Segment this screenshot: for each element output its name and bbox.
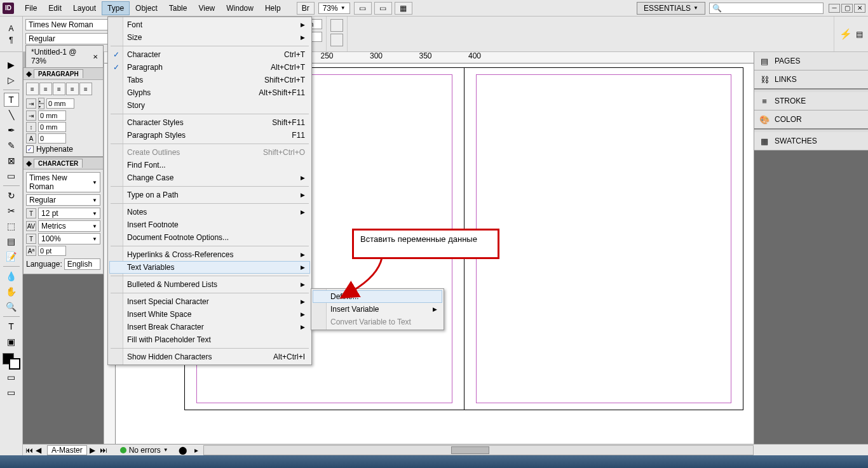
mode-tool[interactable]: ▣	[4, 335, 19, 349]
menu-item-bulleted-numbered-lists[interactable]: Bulleted & Numbered Lists▶	[109, 278, 310, 291]
align-left-icon[interactable]: ≡	[26, 83, 39, 95]
rectangle-tool[interactable]: ▭	[4, 169, 19, 183]
space-before-field[interactable]	[38, 122, 66, 132]
eyedropper-tool[interactable]: 💧	[4, 269, 19, 283]
search-box[interactable]: 🔍	[709, 3, 824, 14]
line-tool[interactable]: ╲	[4, 108, 19, 122]
char-format-icon[interactable]: A	[8, 24, 13, 33]
align-center-icon[interactable]: ≡	[39, 83, 52, 95]
horizontal-scrollbar[interactable]	[203, 445, 754, 455]
selection-tool[interactable]: ▶	[4, 58, 19, 72]
pencil-tool[interactable]: ✎	[4, 138, 19, 152]
quick-apply-icon[interactable]: ⚡	[839, 28, 852, 40]
menu-item-character-styles[interactable]: Character StylesShift+F11	[109, 116, 310, 129]
page-navigator[interactable]: A-Master	[47, 445, 87, 455]
menu-item-paragraph[interactable]: ✓ParagraphAlt+Ctrl+T	[109, 61, 310, 74]
menu-help[interactable]: Help	[259, 1, 287, 15]
zoom-tool[interactable]: 🔍	[4, 300, 19, 314]
align-right-icon[interactable]: ≡	[53, 83, 65, 95]
menu-item-size[interactable]: Size▶	[109, 31, 310, 44]
first-page-icon[interactable]: ⏮	[25, 446, 34, 455]
free-transform-tool[interactable]: ⬚	[4, 219, 19, 233]
panel-color[interactable]: 🎨COLOR	[754, 110, 868, 130]
menu-item-find-font-[interactable]: Find Font...	[109, 159, 310, 171]
first-indent-field[interactable]	[38, 110, 66, 121]
menu-item-change-case[interactable]: Change Case▶	[109, 171, 310, 184]
menu-item-glyphs[interactable]: GlyphsAlt+Shift+F11	[109, 86, 310, 99]
note-tool[interactable]: 📝	[4, 250, 19, 264]
baseline-field[interactable]	[38, 246, 66, 256]
menu-item-story[interactable]: Story	[109, 99, 310, 112]
type-vert-tool[interactable]: T	[4, 319, 19, 333]
menu-item-document-footnote-options-[interactable]: Document Footnote Options...	[109, 231, 310, 244]
menu-item-notes[interactable]: Notes▶	[109, 206, 310, 218]
panel-pages[interactable]: ▤PAGES	[754, 52, 868, 70]
menu-item-show-hidden-characters[interactable]: Show Hidden CharactersAlt+Ctrl+I	[109, 351, 310, 363]
menu-type[interactable]: Type	[102, 1, 130, 15]
menu-table[interactable]: Table	[163, 1, 193, 15]
scissors-tool[interactable]: ✂	[4, 204, 19, 218]
bridge-icon[interactable]: Br	[297, 2, 315, 15]
direct-selection-tool[interactable]: ▷	[4, 73, 19, 87]
screen-mode-tool[interactable]: ▭	[4, 385, 19, 399]
panel-menu-icon[interactable]: ▤	[856, 30, 863, 39]
menu-item-text-variables[interactable]: Text Variables▶	[109, 261, 310, 274]
close-tab-icon[interactable]: ✕	[93, 53, 98, 60]
dropcap-lines-field[interactable]	[38, 133, 66, 144]
close-button[interactable]: ✕	[854, 4, 865, 13]
workspace-switcher[interactable]: ESSENTIALS▼	[637, 2, 705, 15]
type-tool[interactable]: T	[4, 93, 19, 107]
menu-item-insert-white-space[interactable]: Insert White Space▶	[109, 308, 310, 321]
gradient-tool[interactable]: ▤	[4, 234, 19, 248]
menu-view[interactable]: View	[193, 1, 220, 15]
screen-mode-icon[interactable]: ▭	[374, 2, 392, 15]
panel-stroke[interactable]: ≡STROKE	[754, 92, 868, 110]
kerning-field[interactable]: Metrics▼	[38, 220, 100, 232]
submenu-item-define-[interactable]: Define...	[313, 290, 442, 303]
document-tab[interactable]: *Untitled-1 @ 73%✕	[25, 45, 104, 67]
menu-item-hyperlinks-cross-references[interactable]: Hyperlinks & Cross-References▶	[109, 248, 310, 261]
vscale-field[interactable]: 100%▼	[38, 233, 100, 244]
para-format-icon[interactable]: ¶	[9, 36, 13, 44]
status-info-icon[interactable]: ⬤	[179, 446, 187, 455]
prev-page-icon[interactable]: ◀	[36, 446, 44, 455]
menu-item-font[interactable]: Font▶	[109, 18, 310, 31]
menu-item-paragraph-styles[interactable]: Paragraph StylesF11	[109, 129, 310, 142]
last-page-icon[interactable]: ⏭	[100, 446, 109, 455]
menu-item-insert-break-character[interactable]: Insert Break Character▶	[109, 321, 310, 333]
submenu-item-insert-variable[interactable]: Insert Variable▶	[313, 303, 442, 316]
list-icon[interactable]	[330, 19, 343, 32]
apply-color-tool[interactable]: ▭	[4, 370, 19, 384]
arrange-docs-icon[interactable]: ▦	[395, 2, 412, 15]
left-indent-field[interactable]	[46, 98, 74, 109]
language-dropdown[interactable]: English	[64, 258, 100, 270]
rotate-tool[interactable]: ↻	[4, 189, 19, 203]
pen-tool[interactable]: ✒	[4, 123, 19, 137]
view-options-icon[interactable]: ▭	[354, 2, 372, 15]
zoom-level[interactable]: 73%▼	[318, 3, 350, 14]
justify-icon[interactable]: ≡	[79, 83, 92, 95]
menu-edit[interactable]: Edit	[43, 1, 67, 15]
menu-item-type-on-a-path[interactable]: Type on a Path▶	[109, 189, 310, 201]
hyphenate-checkbox[interactable]: ✓	[26, 145, 34, 153]
menu-item-character[interactable]: ✓CharacterCtrl+T	[109, 48, 310, 61]
hand-tool[interactable]: ✋	[4, 284, 19, 298]
minimize-button[interactable]: ─	[829, 4, 840, 13]
panel-links[interactable]: ⛓LINKS	[754, 70, 868, 90]
menu-file[interactable]: File	[19, 1, 43, 15]
list-icon[interactable]	[330, 34, 343, 46]
next-page-icon[interactable]: ▶	[90, 446, 98, 455]
menu-window[interactable]: Window	[220, 1, 259, 15]
menu-object[interactable]: Object	[130, 1, 163, 15]
font-size-field[interactable]: 12 pt▼	[38, 208, 100, 219]
menu-item-insert-footnote[interactable]: Insert Footnote	[109, 218, 310, 231]
panel-swatches[interactable]: ▦SWATCHES	[754, 132, 868, 150]
justify-icon[interactable]: ≡	[66, 83, 79, 95]
menu-item-fill-with-placeholder-text[interactable]: Fill with Placeholder Text	[109, 333, 310, 346]
char-style-dropdown[interactable]: Regular▼	[26, 194, 100, 206]
maximize-button[interactable]: ▢	[841, 4, 853, 13]
menu-item-insert-special-character[interactable]: Insert Special Character▶	[109, 295, 310, 308]
char-font-dropdown[interactable]: Times New Roman▼	[26, 172, 100, 192]
status-menu-icon[interactable]: ▸	[194, 446, 198, 455]
fill-stroke-swatch[interactable]	[3, 353, 20, 370]
